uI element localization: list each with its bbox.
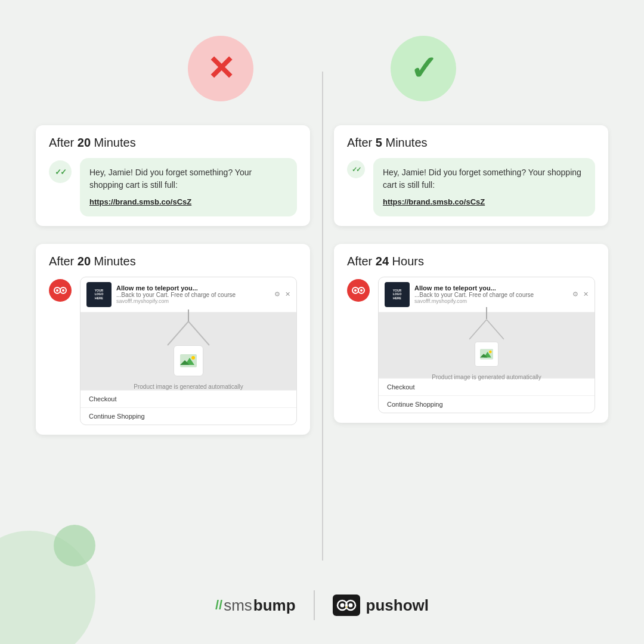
left-pushowl-icon [49, 279, 72, 302]
right-close-icon[interactable]: ✕ [583, 290, 589, 298]
right-sms-card: After 5 Minutes ✓✓ Hey, Jamie! Did you f… [334, 125, 608, 226]
right-logo-box: YOUR LOGO HERE [385, 282, 410, 307]
left-notification-actions: Checkout Continue Shopping [80, 390, 296, 425]
left-close-icon[interactable]: ✕ [285, 290, 290, 298]
right-push-timing: After 24 Hours [347, 255, 595, 268]
svg-point-2 [56, 289, 58, 292]
svg-point-9 [191, 356, 195, 360]
double-check-icon-right: ✓✓ [347, 160, 365, 178]
svg-line-15 [487, 320, 504, 339]
right-notification-actions: Checkout Continue Shopping [379, 378, 595, 413]
right-sms-timing: After 5 Minutes [347, 136, 595, 150]
right-continue-action[interactable]: Continue Shopping [379, 396, 595, 413]
content-area: After 20 Minutes ✓✓ Hey, Jamie! Did you … [0, 113, 644, 572]
bad-icon-circle: ✕ [188, 36, 253, 101]
right-sms-bubble: Hey, Jamie! Did you forget something? Yo… [373, 158, 595, 216]
svg-line-4 [168, 321, 188, 345]
left-gear-icon[interactable]: ⚙ [274, 290, 280, 298]
left-notif-subtitle: ...Back to your Cart. Free of charge of … [116, 292, 270, 298]
left-notification-text: Allow me to teleport you... ...Back to y… [116, 284, 270, 304]
left-sms-bubble-wrapper: ✓✓ Hey, Jamie! Did you forget something?… [49, 158, 297, 216]
smsbump-sms-text: sms [224, 596, 252, 615]
right-push-card: After 24 Hours YOUR [334, 244, 608, 423]
left-sms-card: After 20 Minutes ✓✓ Hey, Jamie! Did you … [36, 125, 310, 226]
right-gear-icon[interactable]: ⚙ [572, 290, 578, 298]
right-notif-url: savofff.myshopify.com [414, 298, 568, 304]
right-notif-subtitle: ...Back to your Cart. Free of charge of … [414, 292, 568, 298]
left-sms-bubble: Hey, Jamie! Did you forget something? Yo… [80, 158, 297, 216]
left-notif-controls: ⚙ ✕ [274, 290, 290, 298]
left-notif-title: Allow me to teleport you... [116, 284, 270, 292]
page-container: ✕ ✓ After 20 Minutes ✓✓ Hey, Jamie! Did … [0, 0, 644, 644]
left-notification-image: Product image is generated automatically [80, 312, 296, 390]
svg-point-19 [489, 351, 492, 354]
svg-point-23 [340, 603, 344, 608]
left-product-hanger [165, 309, 212, 376]
right-push-wrapper: YOUR LOGO HERE Allow me to teleport you.… [347, 277, 595, 413]
right-pushowl-icon [347, 279, 370, 302]
right-sms-bubble-wrapper: ✓✓ Hey, Jamie! Did you forget something?… [347, 158, 595, 216]
right-notification-popup: YOUR LOGO HERE Allow me to teleport you.… [378, 277, 595, 413]
double-check-icon-left: ✓✓ [49, 160, 72, 183]
smsbump-check-icon: // [215, 597, 222, 613]
left-push-wrapper: YOUR LOGO HERE Allow me to teleport you.… [49, 277, 297, 425]
footer: // sms bump pushowl [0, 572, 644, 644]
right-product-hanger [467, 307, 506, 367]
left-continue-action[interactable]: Continue Shopping [80, 408, 296, 425]
left-notif-url: savofff.myshopify.com [116, 298, 270, 304]
left-image-caption: Product image is generated automatically [131, 381, 245, 392]
x-mark-icon: ✕ [207, 52, 235, 85]
right-product-tag [475, 342, 499, 367]
right-notif-title: Allow me to teleport you... [414, 284, 568, 292]
left-column: After 20 Minutes ✓✓ Hey, Jamie! Did you … [36, 113, 310, 572]
left-mountain-icon [180, 354, 197, 367]
svg-point-3 [62, 289, 64, 292]
svg-line-14 [469, 320, 487, 339]
left-push-card: After 20 Minutes [36, 244, 310, 435]
right-notif-controls: ⚙ ✕ [572, 290, 589, 298]
check-mark-large-icon: ✓ [410, 52, 438, 85]
smsbump-logo: // sms bump [215, 596, 296, 615]
right-column: After 5 Minutes ✓✓ Hey, Jamie! Did you f… [334, 113, 608, 572]
right-sms-link[interactable]: https://brand.smsb.co/sCsZ [383, 196, 586, 208]
right-mountain-icon [480, 349, 493, 360]
pushowl-logo: pushowl [333, 595, 429, 616]
svg-point-13 [360, 289, 363, 292]
left-logo-box: YOUR LOGO HERE [86, 282, 112, 307]
svg-line-5 [188, 321, 209, 345]
left-push-timing: After 20 Minutes [49, 255, 297, 268]
right-image-caption: Product image is generated automatically [429, 371, 543, 383]
left-sms-timing: After 20 Minutes [49, 136, 297, 150]
left-notification-header: YOUR LOGO HERE Allow me to teleport you.… [80, 277, 296, 312]
pushowl-owl-icon [333, 595, 360, 616]
svg-point-12 [354, 289, 357, 292]
left-product-tag [174, 345, 203, 376]
left-notification-popup: YOUR LOGO HERE Allow me to teleport you.… [80, 277, 297, 425]
right-notification-text: Allow me to teleport you... ...Back to y… [414, 284, 568, 304]
left-hanger-svg [165, 321, 212, 348]
svg-point-24 [348, 603, 352, 608]
good-icon-circle: ✓ [391, 36, 456, 101]
footer-divider [314, 590, 315, 620]
smsbump-bump-text: bump [253, 596, 296, 615]
left-checkout-action[interactable]: Checkout [80, 391, 296, 408]
right-hanger-svg [467, 319, 506, 342]
left-sms-link[interactable]: https://brand.smsb.co/sCsZ [89, 196, 287, 208]
pushowl-name-text: pushowl [366, 596, 429, 615]
right-notification-image: Product image is generated automatically [379, 312, 595, 378]
